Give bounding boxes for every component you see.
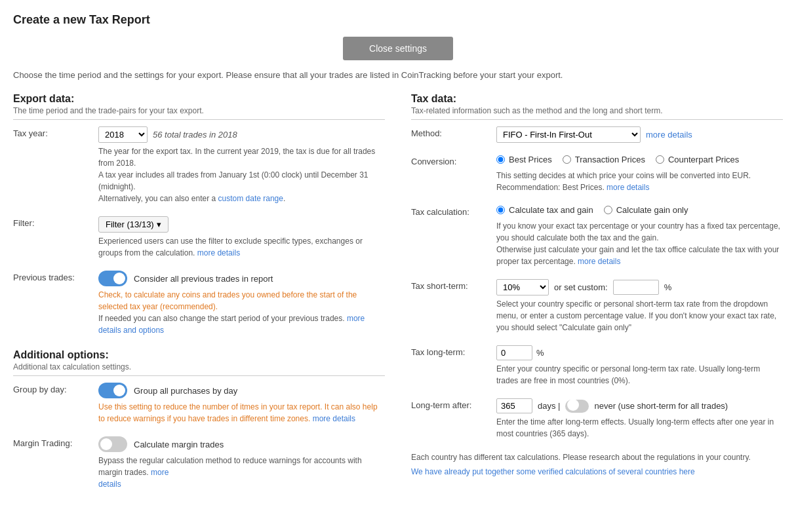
- previous-trades-toggle-label: Consider all previous trades in report: [134, 274, 273, 284]
- tax-short-select[interactable]: 10% 15% 20% 25% 30%: [496, 279, 549, 295]
- previous-trades-desc: Check, to calculate any coins and trades…: [98, 289, 385, 336]
- previous-trades-label: Previous trades:: [13, 271, 98, 282]
- tax-long-term-label: Tax long-term:: [411, 345, 496, 357]
- long-term-days-input[interactable]: [496, 398, 532, 413]
- tax-calc-radio-group: Calculate tax and gain Calculate gain on…: [496, 205, 783, 218]
- conversion-desc: This setting decides at which price your…: [496, 170, 783, 193]
- toggle-slider-2: [98, 383, 127, 398]
- never-toggle-slider: [565, 400, 589, 413]
- previous-trades-row: Previous trades: Consider all previous t…: [13, 271, 385, 336]
- tax-long-term-input[interactable]: [496, 345, 532, 360]
- country-calculations-link[interactable]: We have already put together some verifi…: [411, 467, 695, 476]
- conversion-more-link[interactable]: more details: [607, 183, 649, 192]
- tax-data-subtitle: Tax-related information such as the meth…: [411, 106, 783, 120]
- chevron-down-icon: ▾: [157, 219, 161, 229]
- previous-trades-toggle-row: Consider all previous trades in report: [98, 271, 385, 286]
- group-by-day-row: Group by day: Group all purchases by day…: [13, 383, 385, 425]
- tax-year-select[interactable]: 2018 2019 2017: [98, 126, 148, 143]
- tax-data-title: Tax data:: [411, 93, 783, 105]
- tax-year-content: 2018 2019 2017 56 total trades in 2018 T…: [98, 126, 385, 204]
- long-term-after-row: Long-term after: days | never (use short…: [411, 398, 783, 440]
- calc-gain-only-radio[interactable]: [604, 206, 612, 214]
- filter-desc: Experienced users can use the filter to …: [98, 235, 385, 259]
- tax-short-term-content: 10% 15% 20% 25% 30% or set custom: % Sel…: [496, 279, 783, 333]
- tax-short-term-row: Tax short-term: 10% 15% 20% 25% 30% or s…: [411, 279, 783, 333]
- additional-options-section: Additional options: Additional tax calcu…: [13, 349, 385, 490]
- tax-short-custom-input[interactable]: [613, 280, 659, 295]
- previous-trades-content: Consider all previous trades in report C…: [98, 271, 385, 336]
- counterpart-prices-option[interactable]: Counterpart Prices: [656, 155, 739, 164]
- export-data-title: Export data:: [13, 93, 385, 105]
- tax-calculation-row: Tax calculation: Calculate tax and gain …: [411, 205, 783, 267]
- tax-year-info: 56 total trades in 2018: [153, 130, 237, 140]
- filter-row: Filter: Filter (13/13) ▾ Experienced use…: [13, 216, 385, 259]
- main-content: Export data: The time period and the tra…: [13, 93, 783, 502]
- previous-trades-toggle[interactable]: [98, 271, 127, 286]
- conversion-row: Conversion: Best Prices Transaction Pric…: [411, 155, 783, 193]
- group-by-day-link[interactable]: more details: [313, 414, 355, 423]
- calc-gain-only-option[interactable]: Calculate gain only: [604, 205, 688, 215]
- filter-content: Filter (13/13) ▾ Experienced users can u…: [98, 216, 385, 259]
- tax-data-col: Tax data: Tax-related information such a…: [411, 93, 783, 502]
- country-note: Each country has different tax calculati…: [411, 451, 783, 478]
- group-by-day-label: Group by day:: [13, 383, 98, 394]
- group-by-day-toggle[interactable]: [98, 383, 127, 398]
- calc-tax-and-gain-option[interactable]: Calculate tax and gain: [496, 205, 593, 215]
- best-prices-radio[interactable]: [496, 155, 505, 164]
- never-toggle[interactable]: [565, 400, 589, 413]
- conversion-radio-group: Best Prices Transaction Prices Counterpa…: [496, 155, 783, 167]
- page-title: Create a new Tax Report: [13, 13, 783, 27]
- method-content: FIFO - First-In First-Out LIFO - Last-In…: [496, 126, 783, 143]
- margin-trading-label: Margin Trading:: [13, 436, 98, 448]
- transaction-prices-radio[interactable]: [563, 155, 571, 164]
- long-term-after-label: Long-term after:: [411, 398, 496, 410]
- tax-year-desc: The year for the export tax. In the curr…: [98, 145, 385, 204]
- group-by-day-content: Group all purchases by day Use this sett…: [98, 383, 385, 425]
- method-select[interactable]: FIFO - First-In First-Out LIFO - Last-In…: [496, 126, 641, 143]
- additional-options-title: Additional options:: [13, 349, 385, 361]
- conversion-content: Best Prices Transaction Prices Counterpa…: [496, 155, 783, 193]
- margin-trading-desc: Bypass the regular calculation method to…: [98, 455, 385, 490]
- close-settings-button[interactable]: Close settings: [343, 37, 453, 60]
- tax-calc-desc: If you know your exact tax percentage or…: [496, 220, 783, 267]
- tax-long-term-row: Tax long-term: % Enter your country spec…: [411, 345, 783, 387]
- long-term-never-label: never (use short-term for all trades): [594, 401, 728, 411]
- method-more-link[interactable]: more details: [646, 130, 692, 140]
- margin-trading-toggle-label: Calculate margin trades: [134, 440, 224, 449]
- tax-year-label: Tax year:: [13, 126, 98, 138]
- toggle-slider: [98, 271, 127, 286]
- tax-short-desc: Select your country specific or personal…: [496, 298, 783, 333]
- long-term-after-content: days | never (use short-term for all tra…: [496, 398, 783, 440]
- best-prices-option[interactable]: Best Prices: [496, 155, 552, 164]
- tax-long-desc: Enter your country specific or personal …: [496, 363, 783, 387]
- custom-date-range-link[interactable]: custom date range: [218, 194, 283, 203]
- margin-trading-toggle[interactable]: [98, 436, 127, 452]
- conversion-label: Conversion:: [411, 155, 496, 166]
- tax-short-term-label: Tax short-term:: [411, 279, 496, 291]
- margin-trading-toggle-row: Calculate margin trades: [98, 436, 385, 452]
- tax-calculation-label: Tax calculation:: [411, 205, 496, 217]
- export-data-subtitle: The time period and the trade-pairs for …: [13, 106, 385, 120]
- filter-more-link[interactable]: more details: [197, 248, 240, 257]
- long-term-after-desc: Enter the time after long-term effects. …: [496, 416, 783, 440]
- margin-trading-row: Margin Trading: Calculate margin trades …: [13, 436, 385, 490]
- counterpart-prices-radio[interactable]: [656, 155, 664, 164]
- export-data-col: Export data: The time period and the tra…: [13, 93, 385, 502]
- toggle-slider-3: [98, 436, 127, 452]
- tax-long-term-content: % Enter your country specific or persona…: [496, 345, 783, 387]
- transaction-prices-option[interactable]: Transaction Prices: [563, 155, 645, 164]
- calc-tax-gain-radio[interactable]: [496, 206, 505, 214]
- close-btn-container: Close settings: [13, 37, 783, 60]
- tax-calculation-content: Calculate tax and gain Calculate gain on…: [496, 205, 783, 267]
- filter-label: Filter:: [13, 216, 98, 228]
- tax-calc-more-link[interactable]: more details: [578, 257, 620, 266]
- intro-text: Choose the time period and the settings …: [13, 70, 783, 80]
- filter-button[interactable]: Filter (13/13) ▾: [98, 216, 169, 233]
- method-label: Method:: [411, 126, 496, 138]
- group-by-day-toggle-label: Group all purchases by day: [134, 386, 237, 396]
- tax-long-pct-row: %: [496, 345, 783, 360]
- additional-options-subtitle: Additional tax calculation settings.: [13, 362, 385, 376]
- method-row: Method: FIFO - First-In First-Out LIFO -…: [411, 126, 783, 143]
- margin-trading-content: Calculate margin trades Bypass the regul…: [98, 436, 385, 490]
- group-by-day-toggle-row: Group all purchases by day: [98, 383, 385, 398]
